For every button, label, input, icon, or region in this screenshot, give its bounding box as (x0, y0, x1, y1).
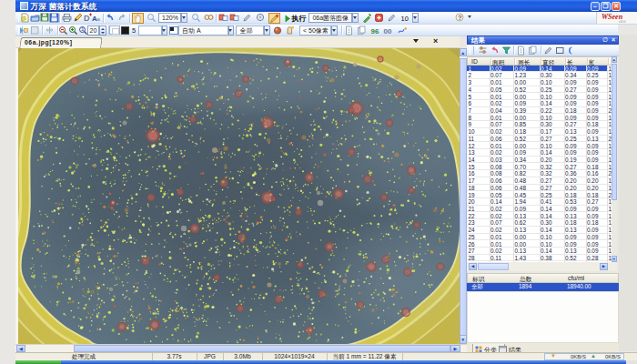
svg-text:a: a (97, 16, 101, 22)
svg-text:?: ? (458, 14, 462, 22)
svg-text:96: 96 (371, 26, 379, 35)
svg-text:D: D (84, 14, 90, 23)
svg-text:00: 00 (384, 26, 392, 35)
